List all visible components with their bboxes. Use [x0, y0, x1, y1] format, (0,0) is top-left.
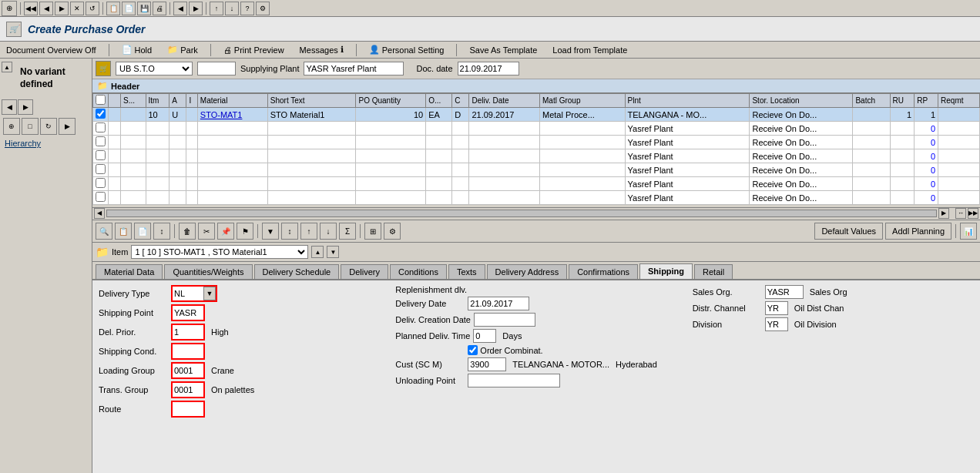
- toolbar-btn-1[interactable]: ◀◀: [24, 2, 38, 15]
- tab-shipping[interactable]: Shipping: [639, 263, 693, 279]
- unloading-point-input[interactable]: [468, 374, 560, 387]
- action-layout[interactable]: ⊞: [364, 223, 381, 240]
- action-asc[interactable]: ↑: [300, 223, 317, 240]
- toolbar-btn-back[interactable]: ◀: [39, 2, 53, 15]
- action-paste[interactable]: 📌: [217, 223, 234, 240]
- table-row[interactable]: Yasref Plant Receive On Do... 0: [93, 122, 980, 136]
- toolbar-btn-stop[interactable]: ✕: [70, 2, 84, 15]
- action-desc[interactable]: ↓: [320, 223, 337, 240]
- menu-messages[interactable]: Messages ℹ: [297, 44, 347, 55]
- menu-save-template[interactable]: Save As Template: [466, 45, 540, 55]
- del-prior-input[interactable]: [173, 325, 203, 339]
- toolbar-btn-forward[interactable]: ▶: [55, 2, 69, 15]
- menu-personal-setting[interactable]: 👤 Personal Setting: [366, 44, 448, 55]
- tab-material-data[interactable]: Material Data: [96, 264, 163, 279]
- tab-texts[interactable]: Texts: [448, 264, 485, 279]
- toolbar-btn-refresh[interactable]: ↺: [86, 2, 99, 15]
- table-row[interactable]: Yasref Plant Receive On Do... 0: [93, 136, 980, 149]
- order-combinat-checkbox[interactable]: [468, 345, 478, 355]
- action-add[interactable]: 📋: [115, 223, 132, 240]
- table-row[interactable]: Yasref Plant Receive On Do... 0: [93, 191, 980, 205]
- row-check-5[interactable]: [93, 177, 109, 191]
- doc-date-input[interactable]: [458, 62, 519, 75]
- action-search[interactable]: 🔍: [96, 223, 112, 240]
- toolbar-btn-download[interactable]: ↓: [225, 2, 239, 15]
- table-row[interactable]: Yasref Plant Receive On Do... 0: [93, 177, 980, 191]
- menu-hold[interactable]: 📄 Hold: [119, 44, 156, 55]
- cust-scm-input[interactable]: [468, 357, 506, 371]
- addl-planning-btn[interactable]: Addl Planning: [885, 223, 951, 240]
- toolbar-btn-print[interactable]: 🖨: [153, 2, 166, 15]
- tab-delivery-schedule[interactable]: Delivery Schedule: [254, 264, 340, 279]
- row-check-0[interactable]: [93, 108, 109, 122]
- tab-delivery-address[interactable]: Delivery Address: [487, 264, 568, 279]
- item-select[interactable]: 1 [ 10 ] STO-MAT1 , STO Material1: [131, 245, 308, 259]
- shipping-point-input[interactable]: [173, 306, 203, 320]
- deliv-creation-input[interactable]: [474, 313, 535, 327]
- toolbar-btn-config[interactable]: ⚙: [256, 2, 270, 15]
- vendor-code-input[interactable]: [197, 62, 236, 75]
- tab-retail[interactable]: Retail: [694, 264, 733, 279]
- action-flag[interactable]: ⚑: [237, 223, 253, 240]
- supplying-plant-input[interactable]: [304, 62, 404, 75]
- row-material-0[interactable]: STO-MAT1: [197, 108, 267, 122]
- toolbar-btn-prev[interactable]: ◀: [173, 2, 187, 15]
- menu-doc-overview[interactable]: Document Overview Off: [3, 45, 99, 55]
- table-row[interactable]: Yasref Plant Receive On Do... 0: [93, 163, 980, 177]
- action-filter[interactable]: ▼: [262, 223, 279, 240]
- icon-btn-arrow[interactable]: ▶: [59, 118, 76, 135]
- delivery-date-input[interactable]: [468, 297, 529, 310]
- default-values-btn[interactable]: Default Values: [814, 223, 883, 240]
- menu-load-template[interactable]: Load from Template: [549, 45, 630, 55]
- tab-conditions[interactable]: Conditions: [390, 264, 447, 279]
- nav-right-btn[interactable]: ▶: [18, 99, 33, 115]
- action-settings[interactable]: ⚙: [384, 223, 401, 240]
- sales-org-input[interactable]: [765, 285, 804, 299]
- scroll-up-arrow[interactable]: ▲: [2, 62, 12, 72]
- tab-delivery[interactable]: Delivery: [341, 264, 388, 279]
- delivery-type-select-btn[interactable]: ▼: [203, 287, 216, 300]
- shipping-cond-input[interactable]: [173, 344, 203, 358]
- action-sum[interactable]: Σ: [339, 223, 356, 240]
- icon-btn-2[interactable]: □: [22, 118, 39, 135]
- scroll-left-btn[interactable]: ◀: [94, 208, 105, 219]
- expand-btn[interactable]: ↔: [955, 208, 966, 219]
- loading-group-input[interactable]: [173, 364, 203, 377]
- scroll-right2-btn[interactable]: ▶▶: [968, 208, 978, 219]
- toolbar-btn-save[interactable]: 💾: [137, 2, 151, 15]
- table-row[interactable]: Yasref Plant Receive On Do... 0: [93, 149, 980, 163]
- planned-deliv-input[interactable]: [473, 329, 496, 343]
- nav-left-btn[interactable]: ◀: [2, 99, 17, 115]
- row-check-6[interactable]: [93, 191, 109, 205]
- action-delete[interactable]: 🗑: [179, 223, 196, 240]
- item-nav-down[interactable]: ▼: [327, 246, 339, 258]
- vendor-select[interactable]: UB S.T.O: [116, 62, 193, 75]
- action-move[interactable]: ↕: [153, 223, 170, 240]
- select-all-checkbox[interactable]: [96, 95, 106, 105]
- menu-park[interactable]: 📁 Park: [164, 44, 201, 55]
- action-extra[interactable]: 📊: [960, 223, 977, 240]
- row-check-2[interactable]: [93, 136, 109, 149]
- delivery-type-input[interactable]: [173, 287, 203, 300]
- header-section[interactable]: 📁 Header: [92, 79, 980, 93]
- toolbar-btn-upload[interactable]: ↑: [210, 2, 223, 15]
- toolbar-btn-next[interactable]: ▶: [189, 2, 203, 15]
- action-copy[interactable]: 📄: [134, 223, 151, 240]
- row-check-3[interactable]: [93, 149, 109, 163]
- hierarchy-label[interactable]: Hierarchy: [0, 136, 92, 150]
- item-nav-up[interactable]: ▲: [311, 246, 324, 258]
- division-input[interactable]: [765, 317, 788, 331]
- toolbar-btn-new[interactable]: 📋: [106, 2, 120, 15]
- row-check-1[interactable]: [93, 122, 109, 136]
- tab-quantities[interactable]: Quantities/Weights: [164, 264, 252, 279]
- tab-confirmations[interactable]: Confirmations: [569, 264, 638, 279]
- trans-group-input[interactable]: [173, 383, 203, 397]
- toolbar-btn-help[interactable]: ?: [240, 2, 254, 15]
- distr-channel-input[interactable]: [765, 301, 788, 315]
- icon-btn-1[interactable]: ⊕: [3, 118, 20, 135]
- action-cut[interactable]: ✂: [198, 223, 215, 240]
- scroll-right-btn[interactable]: ▶: [938, 208, 949, 219]
- table-row[interactable]: 10 U STO-MAT1 STO Material1 10 EA D 21.0…: [93, 108, 980, 122]
- route-input[interactable]: [173, 402, 203, 416]
- row-check-4[interactable]: [93, 163, 109, 177]
